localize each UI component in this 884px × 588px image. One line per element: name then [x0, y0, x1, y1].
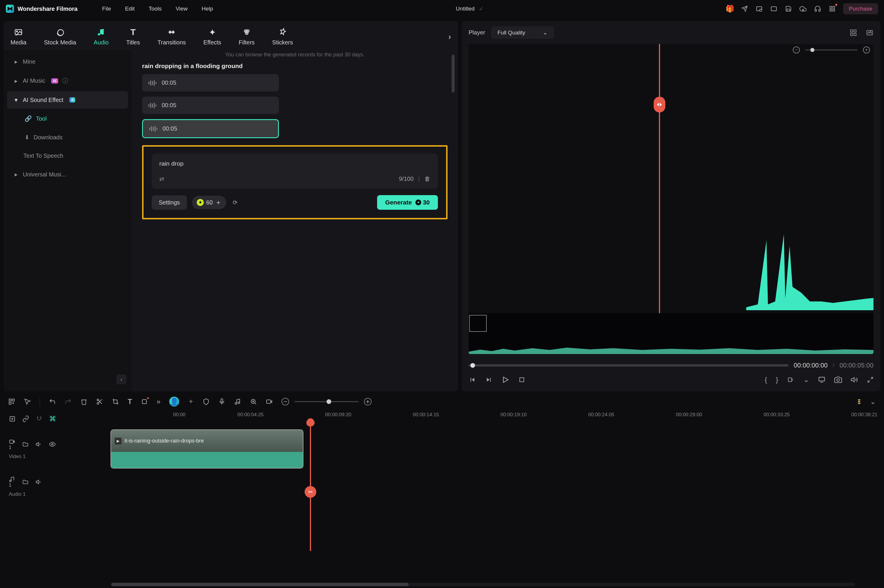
preview-viewport[interactable]: − + — [469, 44, 873, 354]
tabs-more-icon[interactable]: › — [448, 32, 451, 42]
prompt-input[interactable]: rain drop — [159, 160, 430, 167]
headphones-icon[interactable] — [814, 5, 821, 12]
trash-icon[interactable]: 🗑 — [424, 176, 430, 182]
record-tool-icon[interactable] — [266, 398, 273, 405]
playhead-handle[interactable] — [654, 97, 665, 112]
video-clip[interactable]: ▶ it-is-raining-outside-rain-drops-bre — [110, 429, 304, 468]
undo-icon[interactable] — [49, 398, 56, 405]
grid-icon[interactable] — [828, 5, 836, 12]
sidebar-item-tts[interactable]: Text To Speech — [7, 147, 128, 165]
generate-button[interactable]: Generate ✦ 30 — [377, 195, 438, 210]
audio-result-3-selected[interactable]: 00:05 — [142, 119, 279, 138]
tab-transitions[interactable]: Transitions — [158, 27, 186, 46]
delete-icon[interactable] — [80, 398, 87, 405]
crop-icon[interactable] — [112, 398, 119, 405]
help-icon[interactable]: ⓘ — [62, 77, 68, 85]
chevron-down-icon[interactable]: ⌄ — [803, 376, 809, 384]
timeline-view-icon[interactable] — [857, 398, 864, 405]
refresh-icon[interactable]: ⟳ — [233, 199, 238, 206]
quality-dropdown[interactable]: Full Quality ⌄ — [491, 26, 554, 39]
track-magnet-icon[interactable] — [36, 416, 43, 422]
sidebar-collapse-button[interactable]: ‹ — [116, 375, 126, 384]
tab-stickers[interactable]: Stickers — [272, 27, 293, 46]
ai-assistant-icon[interactable]: 👤 — [169, 397, 179, 406]
gift-icon[interactable]: 🎁 — [726, 5, 734, 12]
zoom-out-icon[interactable]: − — [793, 46, 800, 54]
mark-out-icon[interactable]: } — [776, 376, 778, 384]
aspect-icon[interactable] — [787, 376, 795, 383]
track-auto-icon[interactable]: ⌘ — [49, 415, 56, 423]
tl-zoom-slider[interactable] — [295, 401, 359, 402]
mark-in-icon[interactable]: { — [765, 376, 767, 384]
tab-filters[interactable]: Filters — [239, 27, 255, 46]
sidebar-item-ai-sound-effect[interactable]: ▾ AI Sound Effect A — [7, 91, 128, 109]
eye-icon[interactable] — [49, 441, 56, 447]
tab-stock-media[interactable]: Stock Media — [44, 27, 76, 46]
cloud-icon[interactable] — [799, 5, 807, 12]
audio-result-2[interactable]: 00:05 — [142, 97, 279, 114]
tl-zoom-in-icon[interactable]: + — [364, 398, 371, 405]
save-icon[interactable] — [785, 5, 792, 12]
resize-icon[interactable] — [141, 398, 148, 405]
play-icon[interactable] — [501, 376, 510, 384]
cut-icon[interactable] — [96, 398, 103, 405]
volume-icon[interactable] — [851, 376, 858, 384]
tab-titles[interactable]: T Titles — [126, 27, 140, 46]
redo-icon[interactable] — [65, 398, 72, 405]
monitor-icon[interactable] — [818, 376, 825, 384]
more-tools-icon[interactable]: » — [157, 398, 161, 406]
marker-shield-icon[interactable] — [203, 398, 210, 405]
prev-frame-icon[interactable] — [469, 376, 476, 384]
menu-view[interactable]: View — [176, 6, 188, 12]
project-name[interactable]: Untitled ✓ — [456, 6, 483, 12]
track-add-icon[interactable] — [9, 416, 16, 422]
fullscreen-icon[interactable] — [867, 376, 873, 383]
split-icon[interactable]: ✂ — [305, 486, 316, 498]
sparkle-icon[interactable]: ✦ — [188, 398, 194, 406]
menu-edit[interactable]: Edit — [125, 6, 135, 12]
sidebar-item-downloads[interactable]: ⬇ Downloads — [7, 129, 128, 146]
magnify-icon[interactable] — [250, 398, 257, 405]
scrollbar[interactable] — [452, 55, 455, 93]
record-icon[interactable] — [755, 5, 763, 12]
chevron-down-icon[interactable]: ⌄ — [870, 398, 876, 406]
tab-media[interactable]: Media — [11, 27, 26, 46]
cursor-icon[interactable] — [24, 398, 31, 405]
menu-file[interactable]: File — [102, 6, 111, 12]
settings-button[interactable]: Settings — [152, 195, 187, 210]
sidebar-item-mine[interactable]: ▸ Mine — [7, 53, 128, 70]
tl-zoom-out-icon[interactable]: − — [281, 398, 289, 405]
mic-icon[interactable] — [218, 398, 226, 405]
sidebar-item-tool[interactable]: 🔗 Tool — [7, 110, 128, 128]
progress-slider[interactable] — [469, 364, 788, 367]
send-icon[interactable] — [741, 5, 748, 12]
add-track-icon[interactable] — [8, 398, 15, 405]
screen-icon[interactable] — [770, 5, 777, 12]
timeline-scrollbar[interactable] — [111, 583, 855, 586]
tab-effects[interactable]: ✦ Effects — [203, 27, 221, 46]
purchase-button[interactable]: Purchase — [843, 3, 878, 14]
music-tool-icon[interactable] — [234, 398, 241, 405]
timeline-playhead[interactable]: ✂ — [310, 422, 311, 551]
folder-icon[interactable] — [22, 441, 29, 447]
add-credits-icon[interactable]: ＋ — [215, 198, 222, 207]
stop-icon[interactable] — [518, 376, 525, 383]
step-forward-icon[interactable] — [485, 376, 493, 384]
zoom-slider[interactable] — [805, 50, 858, 51]
shuffle-icon[interactable]: ⇄ — [159, 175, 164, 182]
folder-icon[interactable] — [22, 479, 29, 485]
credits-pill[interactable]: ✦ 60 ＋ — [192, 196, 226, 209]
mute-icon[interactable] — [36, 441, 42, 447]
scope-icon[interactable] — [866, 29, 873, 36]
snapshot-icon[interactable] — [834, 376, 842, 384]
layout-grid-icon[interactable] — [849, 29, 857, 36]
audio-result-1[interactable]: 00:05 — [142, 74, 279, 92]
track-link-icon[interactable] — [22, 416, 29, 422]
menu-tools[interactable]: Tools — [149, 6, 162, 12]
sidebar-item-universal-music[interactable]: ▸ Universal Musi... — [7, 166, 128, 183]
menu-help[interactable]: Help — [202, 6, 213, 12]
text-icon[interactable]: T — [128, 398, 132, 406]
mute-icon[interactable] — [36, 479, 42, 485]
zoom-in-icon[interactable]: + — [863, 46, 870, 54]
tab-audio[interactable]: Audio — [94, 27, 109, 46]
